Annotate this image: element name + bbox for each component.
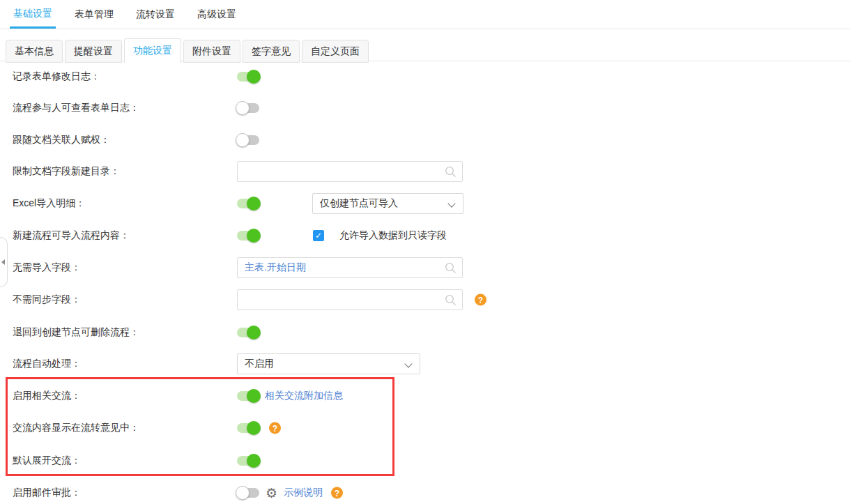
- no-sync-fields-input[interactable]: [238, 290, 445, 310]
- setting-label: 流程参与人可查看表单日志：: [13, 102, 139, 114]
- toggle-knob: [247, 197, 261, 211]
- top-tab-advanced-settings[interactable]: 高级设置: [194, 0, 240, 29]
- no-import-fields-input[interactable]: [238, 258, 445, 277]
- allow-import-readonly-label: 允许导入数据到只读字段: [339, 229, 447, 242]
- toggle-follow-doc-related-auth[interactable]: [237, 135, 259, 145]
- help-icon[interactable]: ?: [331, 487, 343, 499]
- sub-tab-custom-page[interactable]: 自定义页面: [302, 40, 369, 63]
- toggle-excel-import-detail[interactable]: [237, 199, 259, 208]
- toggle-record-form-log[interactable]: [237, 72, 259, 82]
- sub-tab-signature-opinion[interactable]: 签字意见: [243, 40, 300, 63]
- setting-row-record-form-log: 记录表单修改日志：: [0, 66, 851, 87]
- sub-tab-reminder-settings[interactable]: 提醒设置: [65, 40, 122, 63]
- setting-label: 默认展开交流：: [13, 455, 81, 467]
- excel-import-scope-select[interactable]: 仅创建节点可导入: [312, 193, 463, 214]
- collapse-arrow-icon: [1, 259, 5, 265]
- excel-import-scope-value: 仅创建节点可导入: [320, 197, 398, 210]
- setting-row-participant-view-log: 流程参与人可查看表单日志：: [0, 98, 851, 119]
- auto-process-select[interactable]: 不启用: [237, 353, 420, 374]
- toggle-knob: [247, 326, 261, 339]
- toggle-return-create-node-delete[interactable]: [237, 328, 259, 337]
- search-icon[interactable]: [445, 166, 457, 178]
- toggle-enable-related-communication[interactable]: [237, 391, 259, 401]
- allow-import-readonly-checkbox[interactable]: ✓: [313, 230, 324, 241]
- top-tab-form-management[interactable]: 表单管理: [71, 0, 117, 29]
- setting-row-restrict-doc-field-folder: 限制文档字段新建目录：: [0, 161, 851, 182]
- toggle-knob: [247, 70, 261, 84]
- search-icon[interactable]: [445, 262, 457, 274]
- top-tab-bar: 基础设置 表单管理 流转设置 高级设置: [0, 0, 851, 29]
- chevron-down-icon: [447, 199, 455, 207]
- toggle-default-expand-communication[interactable]: [237, 456, 259, 466]
- check-icon: ✓: [315, 231, 322, 240]
- toggle-knob: [247, 389, 261, 403]
- setting-row-enable-related-communication: 启用相关交流： 相关交流附加信息: [0, 385, 851, 406]
- setting-label: 交流内容显示在流转意见中：: [13, 422, 139, 434]
- setting-label: 启用相关交流：: [13, 390, 81, 402]
- setting-row-enable-email-approval: 启用邮件审批： ⚙ 示例说明 ?: [0, 482, 851, 503]
- setting-label: 启用邮件审批：: [13, 487, 81, 499]
- toggle-communication-in-flow-opinion[interactable]: [237, 423, 259, 433]
- setting-label: 流程自动处理：: [13, 358, 81, 370]
- example-description-link[interactable]: 示例说明: [284, 487, 323, 499]
- auto-process-value: 不启用: [245, 358, 274, 370]
- setting-label: 不需同步字段：: [13, 293, 81, 306]
- toggle-knob: [247, 229, 261, 243]
- help-icon[interactable]: ?: [269, 422, 281, 434]
- related-communication-extra-link[interactable]: 相关交流附加信息: [265, 390, 343, 402]
- chevron-down-icon: [404, 360, 412, 367]
- no-sync-fields-searchbox: [237, 289, 463, 310]
- toggle-knob: [236, 486, 250, 500]
- setting-label: 限制文档字段新建目录：: [13, 165, 120, 178]
- panel-collapse-handle[interactable]: [0, 237, 8, 287]
- top-tab-basic-settings[interactable]: 基础设置: [10, 0, 56, 29]
- setting-row-auto-process: 流程自动处理： 不启用: [0, 353, 851, 374]
- toggle-new-flow-import-content[interactable]: [237, 231, 259, 240]
- search-icon[interactable]: [445, 294, 457, 306]
- setting-row-return-create-node-delete: 退回到创建节点可删除流程：: [0, 322, 851, 343]
- toggle-knob: [236, 133, 250, 147]
- toggle-knob: [236, 101, 250, 115]
- setting-label: 无需导入字段：: [13, 261, 81, 274]
- no-import-fields-searchbox: [237, 257, 463, 278]
- toggle-participant-view-log[interactable]: [237, 103, 259, 113]
- setting-label: 记录表单修改日志：: [13, 70, 100, 83]
- setting-label: Excel导入明细：: [13, 197, 85, 210]
- setting-row-no-import-fields: 无需导入字段：: [0, 257, 851, 278]
- setting-row-no-sync-fields: 不需同步字段： ?: [0, 289, 851, 310]
- setting-row-follow-doc-related-auth: 跟随文档关联人赋权：: [0, 130, 851, 151]
- top-tab-flow-settings[interactable]: 流转设置: [132, 0, 178, 29]
- help-icon[interactable]: ?: [475, 294, 486, 306]
- toggle-knob: [247, 421, 261, 435]
- sub-tab-bar: 基本信息 提醒设置 功能设置 附件设置 签字意见 自定义页面: [6, 38, 371, 63]
- setting-row-communication-in-flow-opinion: 交流内容显示在流转意见中： ?: [0, 418, 851, 438]
- restrict-doc-field-folder-input[interactable]: [238, 162, 445, 181]
- setting-label: 跟随文档关联人赋权：: [13, 134, 110, 146]
- setting-row-new-flow-import-content: 新建流程可导入流程内容： ✓ 允许导入数据到只读字段: [0, 225, 851, 246]
- setting-label: 退回到创建节点可删除流程：: [13, 326, 139, 339]
- setting-row-excel-import-detail: Excel导入明细： 仅创建节点可导入: [0, 193, 851, 214]
- setting-label: 新建流程可导入流程内容：: [13, 229, 130, 242]
- toggle-enable-email-approval[interactable]: [237, 488, 259, 498]
- gear-icon[interactable]: ⚙: [266, 487, 277, 500]
- toggle-knob: [247, 454, 261, 468]
- sub-tab-basic-info[interactable]: 基本信息: [6, 40, 63, 63]
- sub-tab-attachment-settings[interactable]: 附件设置: [183, 40, 240, 63]
- restrict-doc-field-folder-searchbox: [237, 161, 463, 182]
- sub-tab-function-settings[interactable]: 功能设置: [124, 38, 181, 63]
- setting-row-default-expand-communication: 默认展开交流：: [0, 450, 851, 471]
